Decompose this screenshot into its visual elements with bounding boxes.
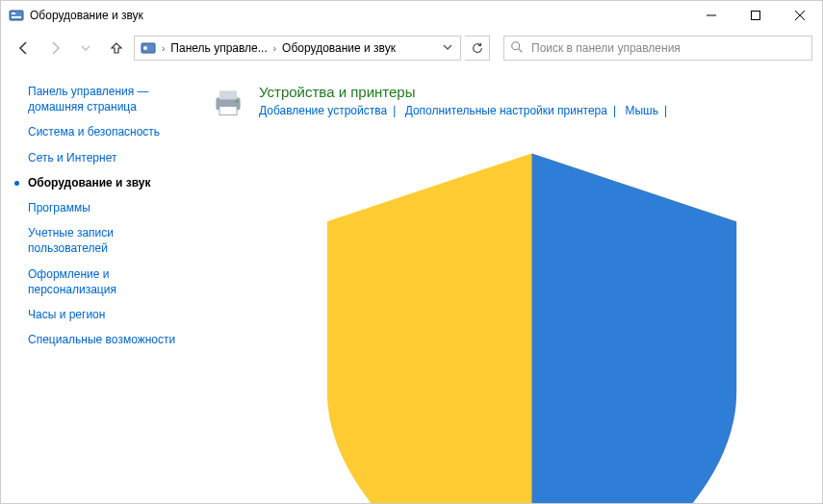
navbar: › Панель управле... › Оборудование и зву… — [1, 30, 822, 66]
breadcrumb-seg-2[interactable]: Оборудование и звук — [278, 41, 399, 55]
chevron-right-icon[interactable]: › — [271, 43, 278, 54]
sidebar-item-ease-of-access[interactable]: Специальные возможности — [28, 332, 180, 347]
search-input[interactable] — [529, 40, 806, 56]
sidebar-item-system-security[interactable]: Система и безопасность — [28, 124, 180, 139]
svg-line-10 — [519, 48, 523, 52]
sidebar-item-clock-region[interactable]: Часы и регион — [28, 307, 180, 322]
svg-point-8 — [143, 46, 147, 50]
printer-icon — [211, 86, 245, 120]
category-devices-printers: Устройства и принтеры Добавление устройс… — [192, 78, 812, 504]
link-add-device[interactable]: Добавление устройства — [259, 104, 387, 117]
breadcrumb-dropdown[interactable] — [437, 41, 458, 55]
back-button[interactable] — [11, 35, 38, 62]
sidebar-item-hardware-sound[interactable]: Оборудование и звук — [28, 175, 180, 190]
sidebar-item-home[interactable]: Панель управления — домашняя страница — [28, 84, 180, 114]
window-title: Оборудование и звук — [30, 9, 689, 22]
breadcrumb-seg-1[interactable]: Панель управле... — [167, 41, 270, 55]
category-title-devices[interactable]: Устройства и принтеры — [259, 84, 415, 100]
sidebar-item-programs[interactable]: Программы — [28, 200, 180, 215]
svg-point-9 — [512, 41, 520, 49]
chevron-right-icon[interactable]: › — [160, 43, 167, 54]
control-panel-small-icon — [141, 40, 156, 56]
up-button[interactable] — [103, 35, 130, 62]
link-mouse[interactable]: Мышь — [625, 104, 658, 117]
refresh-button[interactable] — [465, 36, 490, 61]
link-printer-settings[interactable]: Дополнительные настройки принтера — [405, 104, 607, 117]
svg-point-14 — [236, 100, 239, 103]
svg-rect-2 — [12, 16, 21, 18]
search-icon — [510, 40, 524, 57]
content: Устройства и принтеры Добавление устройс… — [192, 66, 822, 504]
sidebar-item-user-accounts[interactable]: Учетные записи пользователей — [28, 225, 180, 256]
sidebar: Панель управления — домашняя страница Си… — [1, 66, 192, 504]
maximize-button[interactable] — [733, 1, 778, 30]
recent-dropdown[interactable] — [72, 35, 99, 62]
close-button[interactable] — [778, 1, 822, 30]
control-panel-icon — [9, 8, 24, 23]
forward-button[interactable] — [41, 35, 68, 62]
sidebar-item-appearance[interactable]: Оформление и персонализация — [28, 266, 180, 297]
sidebar-item-network[interactable]: Сеть и Интернет — [28, 150, 180, 165]
minimize-button[interactable] — [689, 1, 733, 30]
search-box[interactable] — [503, 36, 812, 61]
breadcrumb[interactable]: › Панель управле... › Оборудование и зву… — [134, 36, 461, 61]
svg-rect-0 — [10, 11, 23, 20]
svg-rect-12 — [219, 90, 237, 99]
svg-rect-4 — [752, 12, 760, 20]
titlebar: Оборудование и звук — [1, 1, 822, 30]
svg-rect-1 — [12, 13, 15, 14]
svg-rect-13 — [219, 107, 237, 115]
